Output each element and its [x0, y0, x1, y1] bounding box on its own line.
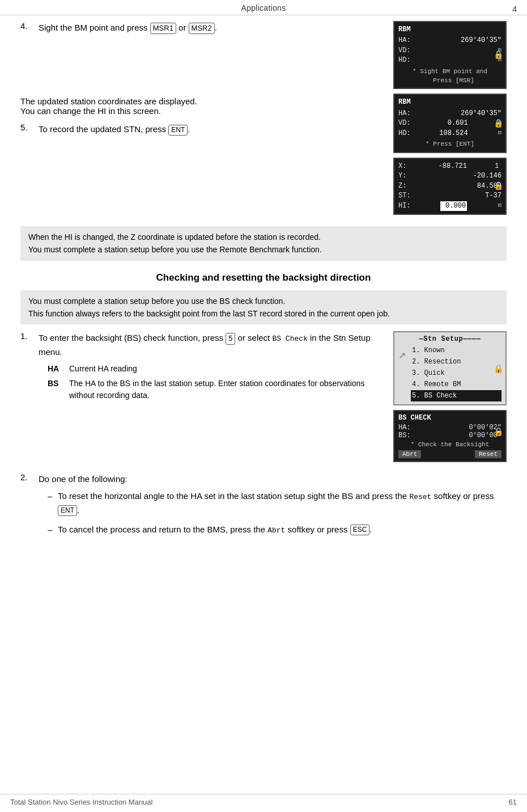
reset-code: Reset: [409, 493, 431, 501]
bs-check-ha-label: HA:: [398, 424, 411, 432]
coord-hi-highlight: 0.000: [440, 201, 467, 211]
bullet-item-1: – To reset the horizontal angle to the H…: [48, 489, 507, 517]
ent-key-bullet1: ENT: [58, 505, 77, 516]
coord-y-val: -20.146: [469, 171, 502, 181]
step-4b-p2: You can change the HI in this screen.: [20, 106, 383, 116]
coord-x-flag: 1: [495, 162, 502, 171]
ha-label-row: HA Current HA reading: [48, 363, 383, 375]
coord-row-x: X: -88.721 1: [398, 162, 502, 171]
screen-1-title: RBM: [398, 25, 502, 35]
note-1-line-1: When the HI is changed, the Z coordinate…: [28, 232, 321, 242]
step-2-inline: 2. Do one of the following:: [20, 472, 507, 485]
step-4-text-1: Sight the BM point and press: [39, 23, 150, 32]
screen-1-ha-val: 269°40'35": [461, 36, 502, 45]
bs-step-1-inline: 1. To enter the backsight (BS) check fun…: [20, 331, 383, 358]
lock-icon-2: 🔒: [494, 118, 503, 129]
coord-hi-label: HI:: [398, 201, 411, 211]
main-content: 4. Sight the BM point and press MSR1 or …: [0, 15, 527, 548]
coord-row-z: Z: 84.580: [398, 181, 502, 191]
bullet-text-2: To cancel the process and return to the …: [58, 523, 507, 537]
step-5-row: 5. To record the updated STN, press ENT.: [20, 122, 383, 136]
stn-cursor-area: ↗: [398, 345, 411, 362]
step-5-period: .: [188, 124, 190, 134]
lock-icon-3: 🔒: [494, 180, 503, 192]
screen-2-row-vd: VD: 0.601 m: [398, 119, 502, 128]
bs-step-1-text-b: or select: [235, 333, 272, 342]
step-5-content: To record the updated STN, press ENT.: [39, 122, 383, 136]
msr2-key: MSR2: [189, 23, 215, 34]
screen-1-ha-label: HA:: [398, 36, 411, 45]
bs-check-code: BS Check: [272, 335, 307, 343]
bs-step-1-paragraph: To enter the backsight (BS) check functi…: [39, 331, 383, 358]
rbm-screen-2: RBM HA: 269°40'35" VD: 0.601 m HD: 108.5…: [393, 94, 507, 153]
bs-step-1-text: 1. To enter the backsight (BS) check fun…: [20, 331, 393, 406]
stn-item-1: 1. Known: [411, 345, 502, 356]
bullet-dash-1: –: [48, 489, 58, 503]
note-1-line-2: You must complete a station setup before…: [28, 245, 322, 254]
bs-label-key: BS: [48, 378, 69, 402]
screen-2-hd-val: 108.524: [439, 129, 468, 138]
step-4-number: 4.: [20, 21, 33, 31]
stn-setup-screen: —Stn Setup———— ↗ 1. Known 2. Resection 3…: [393, 331, 507, 405]
bullet-dash-2: –: [48, 523, 58, 536]
step-5-text-1: To record the updated STN, press: [39, 124, 168, 134]
coord-row-st: ST: T-37: [398, 191, 502, 201]
screen-2-notice: * Press [ENT]: [398, 140, 502, 149]
screen-2-vd-label: VD:: [398, 119, 411, 128]
coord-x-val: -88.721: [434, 162, 467, 171]
coord-y-label: Y:: [398, 171, 406, 181]
reset-softkey[interactable]: Reset: [475, 450, 502, 458]
bs-label-row: BS The HA to the BS in the last station …: [48, 378, 383, 402]
screen-1-row-ha: HA: 269°40'35": [398, 36, 502, 45]
step-2-number: 2.: [20, 472, 33, 482]
abrt-softkey[interactable]: Abrt: [398, 450, 421, 458]
bs-softkey-row: Abrt Reset: [398, 450, 502, 458]
stn-setup-body: ↗ 1. Known 2. Resection 3. Quick 4. Remo…: [398, 345, 502, 401]
stn-item-3: 3. Quick: [411, 367, 502, 379]
lock-icon-1: 🔒: [494, 49, 503, 61]
bullet-list: – To reset the horizontal angle to the H…: [48, 489, 507, 537]
bs-check-screen: BS CHECK HA: 0°00'02" BS: 0°00'00" * Che…: [393, 410, 507, 462]
bs-check-row-bs: BS: 0°00'00": [398, 432, 502, 439]
step-2-intro-content: Do one of the following:: [39, 472, 507, 485]
rbm-screen-1: RBM HA: 269°40'35" VD: m HD:: [393, 21, 507, 89]
esc-key-bullet2: ESC: [350, 525, 370, 535]
bullet-1-period: .: [77, 505, 79, 515]
bullet-text-1: To reset the horizontal angle to the HA …: [58, 489, 507, 517]
screen-2-vd-val: 0.601: [439, 119, 468, 128]
bs-check-row-ha: HA: 0°00'02": [398, 424, 502, 432]
step-2-intro: Do one of the following:: [39, 472, 507, 485]
stn-setup-title: —Stn Setup————: [398, 335, 502, 343]
note-2-line-2: This function always refers to the backs…: [28, 309, 390, 318]
footer-manual: Total Station Nivo Series Instruction Ma…: [10, 798, 152, 806]
screen-2-hd-unit: m: [498, 129, 502, 138]
stn-cursor-icon: ↗: [398, 348, 406, 362]
header-section-title: Applications: [241, 3, 286, 12]
screen-2-ha-label: HA:: [398, 109, 411, 119]
abrt-code: Abrt: [267, 526, 285, 535]
stn-lock-icon: 🔒: [494, 363, 503, 373]
step-4-inline: 4. Sight the BM point and press MSR1 or …: [20, 21, 383, 34]
bs-lock-icon: 🔒: [494, 426, 503, 436]
coord-st-label: ST:: [398, 191, 411, 201]
screen-1-hd-spacer: [435, 56, 472, 65]
coord-screen: X: -88.721 1 Y: -20.146 Z: 84.580 ST:: [393, 158, 507, 215]
bs-step-1-number: 1.: [20, 331, 33, 341]
screen-1-row-hd: HD: m: [398, 56, 502, 65]
screen-2-row-ha: HA: 269°40'35": [398, 109, 502, 119]
ha-label-key: HA: [48, 363, 69, 375]
bullet-2-text-a: To cancel the process and return to the …: [58, 525, 267, 534]
coord-x-label: X:: [398, 162, 406, 171]
screen-2-title: RBM: [398, 98, 502, 107]
coord-z-label: Z:: [398, 181, 406, 191]
bs-step-1-text-a: To enter the backsight (BS) check functi…: [39, 333, 226, 342]
section-heading-backsight: Checking and resetting the backsight dir…: [20, 272, 507, 284]
bullet-1-text-b: softkey or press: [431, 491, 494, 501]
step-4-period: .: [215, 23, 217, 32]
bs-label-desc: The HA to the BS in the last station set…: [69, 378, 383, 402]
coord-screen-wrapper: X: -88.721 1 Y: -20.146 Z: 84.580 ST:: [393, 158, 507, 219]
header-page-number: 4: [512, 5, 517, 14]
page-footer: Total Station Nivo Series Instruction Ma…: [0, 794, 527, 806]
stn-items-list: 1. Known 2. Resection 3. Quick 4. Remote…: [411, 345, 502, 401]
screen-1-notice: * Sight BM point and Press [MSR]: [398, 67, 502, 86]
